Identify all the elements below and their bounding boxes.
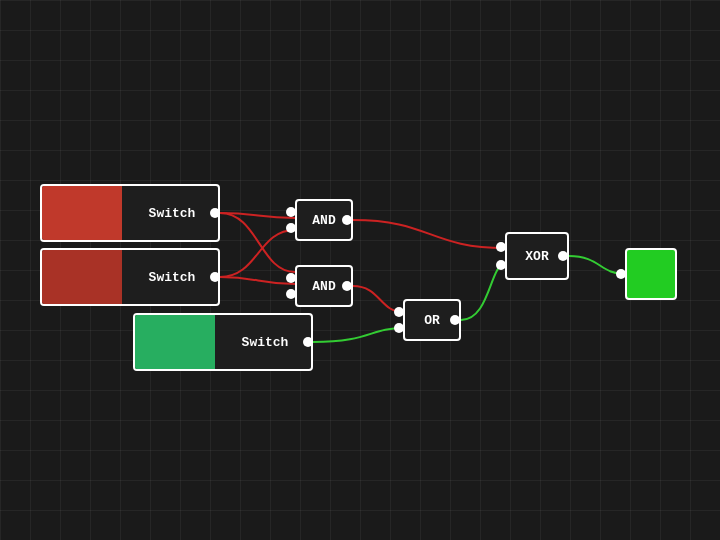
xor-gate[interactable]: XOR [505, 232, 569, 280]
switch-3-color [135, 315, 215, 369]
and1-output-dot[interactable] [342, 215, 352, 225]
or-gate[interactable]: OR [403, 299, 461, 341]
and2-input-bottom-dot[interactable] [286, 289, 296, 299]
and2-label: AND [312, 279, 335, 294]
switch-1-label: Switch [122, 206, 218, 221]
and2-input-top-dot[interactable] [286, 273, 296, 283]
switch-2-label: Switch [122, 270, 218, 285]
switch-3-label: Switch [215, 335, 311, 350]
or-input-top-dot[interactable] [394, 307, 404, 317]
switch-2-output-dot[interactable] [210, 272, 220, 282]
xor-output-dot[interactable] [558, 251, 568, 261]
output-node[interactable] [625, 248, 677, 300]
output-input-dot[interactable] [616, 269, 626, 279]
xor-input-bottom-dot[interactable] [496, 260, 506, 270]
switch-3-output-dot[interactable] [303, 337, 313, 347]
switch-node-1[interactable]: Switch [40, 184, 220, 242]
xor-input-top-dot[interactable] [496, 242, 506, 252]
switch-1-color [42, 186, 122, 240]
or-output-dot[interactable] [450, 315, 460, 325]
switch-2-color [42, 250, 122, 304]
or-input-bottom-dot[interactable] [394, 323, 404, 333]
and1-label: AND [312, 213, 335, 228]
and-gate-2[interactable]: AND [295, 265, 353, 307]
switch-node-2[interactable]: Switch [40, 248, 220, 306]
and1-input-bottom-dot[interactable] [286, 223, 296, 233]
and2-output-dot[interactable] [342, 281, 352, 291]
and-gate-1[interactable]: AND [295, 199, 353, 241]
and1-input-top-dot[interactable] [286, 207, 296, 217]
switch-node-3[interactable]: Switch [133, 313, 313, 371]
switch-1-output-dot[interactable] [210, 208, 220, 218]
